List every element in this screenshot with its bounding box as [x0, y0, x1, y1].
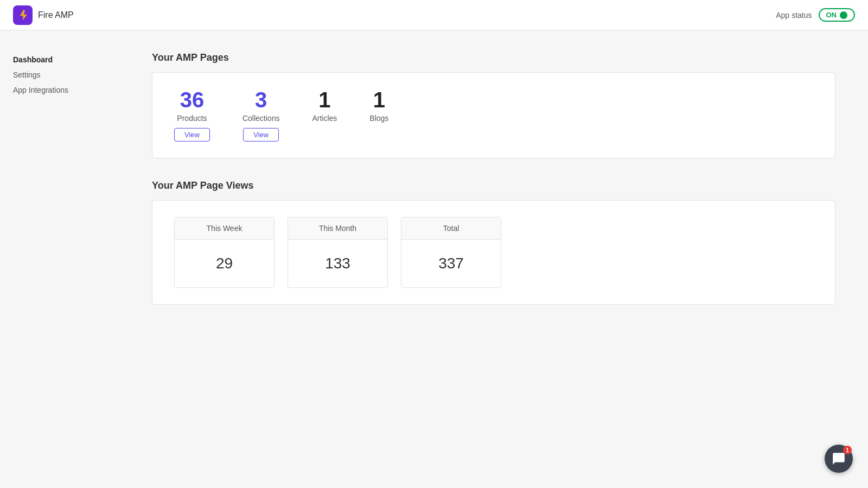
views-grid: This Week 29 This Month 133 Total 337	[174, 217, 813, 288]
products-label: Products	[177, 114, 207, 123]
blogs-number: 1	[373, 89, 385, 111]
this-week-card: This Week 29	[174, 217, 275, 288]
page-views-card: This Week 29 This Month 133 Total 337	[152, 200, 835, 305]
collections-label: Collections	[242, 114, 279, 123]
status-toggle[interactable]: ON	[819, 8, 856, 22]
header-left: Fire AMP	[13, 5, 74, 25]
collections-stat: 3 Collections View	[242, 89, 279, 142]
header-right: App status ON	[776, 8, 855, 22]
sidebar: Dashboard Settings App Integrations	[0, 30, 119, 488]
collections-number: 3	[255, 89, 267, 111]
chat-button[interactable]: 1	[825, 445, 853, 473]
amp-pages-title: Your AMP Pages	[152, 52, 835, 63]
this-month-label: This Month	[288, 217, 387, 240]
pages-grid: 36 Products View 3 Collections View 1 Ar…	[174, 89, 813, 142]
chat-notification-badge: 1	[843, 446, 852, 454]
this-week-label: This Week	[175, 217, 274, 240]
status-toggle-label: ON	[826, 11, 837, 19]
collections-view-button[interactable]: View	[243, 128, 279, 142]
sidebar-item-dashboard[interactable]: Dashboard	[13, 52, 106, 67]
page-views-title: Your AMP Page Views	[152, 180, 835, 191]
products-view-button[interactable]: View	[174, 128, 210, 142]
this-week-value: 29	[175, 240, 274, 287]
products-stat: 36 Products View	[174, 89, 210, 142]
this-month-value: 133	[288, 240, 387, 287]
articles-number: 1	[318, 89, 330, 111]
products-number: 36	[180, 89, 205, 111]
sidebar-item-settings[interactable]: Settings	[13, 67, 106, 82]
articles-label: Articles	[312, 114, 337, 123]
sidebar-item-app-integrations[interactable]: App Integrations	[13, 82, 106, 98]
app-logo	[13, 5, 33, 25]
chat-icon	[832, 452, 846, 466]
blogs-label: Blogs	[369, 114, 388, 123]
app-header: Fire AMP App status ON	[0, 0, 868, 30]
articles-stat: 1 Articles	[312, 89, 337, 128]
app-status-label: App status	[776, 11, 812, 20]
amp-pages-card: 36 Products View 3 Collections View 1 Ar…	[152, 72, 835, 158]
toggle-dot	[840, 11, 847, 19]
blogs-stat: 1 Blogs	[369, 89, 388, 128]
app-name: Fire AMP	[38, 10, 74, 20]
content-area: Your AMP Pages 36 Products View 3 Collec…	[119, 30, 868, 488]
total-value: 337	[401, 240, 501, 287]
main-layout: Dashboard Settings App Integrations Your…	[0, 30, 868, 488]
total-card: Total 337	[401, 217, 501, 288]
total-label: Total	[401, 217, 501, 240]
this-month-card: This Month 133	[288, 217, 388, 288]
